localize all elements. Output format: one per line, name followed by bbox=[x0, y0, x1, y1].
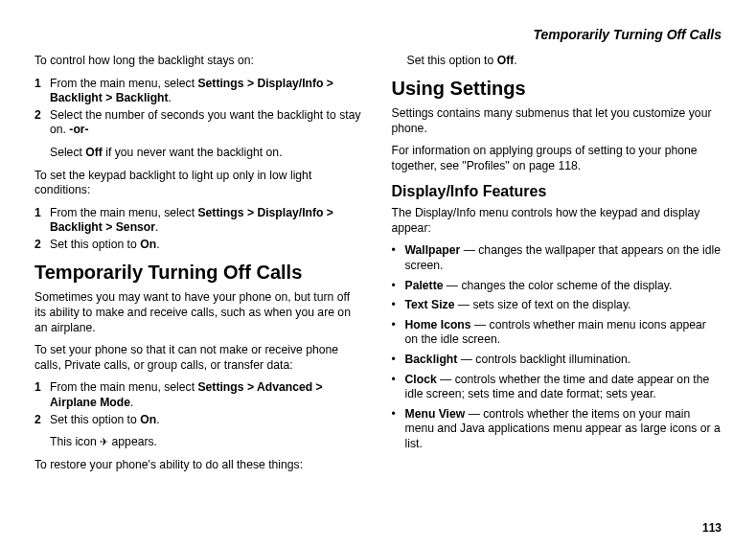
bold-text: Off bbox=[85, 146, 103, 159]
text: . bbox=[156, 238, 159, 251]
list-body: Select the number of seconds you want th… bbox=[50, 108, 365, 138]
paragraph: The Display/Info menu controls how the k… bbox=[392, 206, 722, 236]
text: . bbox=[130, 396, 133, 409]
bold-text: Wallpaper bbox=[405, 243, 461, 257]
bold-text: -or- bbox=[69, 123, 88, 136]
bold-text: Menu View bbox=[405, 407, 466, 421]
bullet-icon: • bbox=[392, 298, 405, 313]
page-number: 113 bbox=[702, 521, 722, 535]
indented-paragraph: Set this option to Off. bbox=[407, 54, 722, 69]
list-item: • Home Icons — controls whether main men… bbox=[392, 318, 722, 348]
list-number: 1 bbox=[34, 206, 50, 236]
bullet-icon: • bbox=[392, 373, 405, 402]
paragraph: To control how long the backlight stays … bbox=[34, 54, 365, 69]
list-body: Menu View — controls whether the items o… bbox=[405, 407, 722, 452]
paragraph: Sometimes you may want to have your phon… bbox=[34, 290, 365, 335]
list-body: Set this option to On. bbox=[50, 413, 365, 428]
text: Select bbox=[50, 146, 85, 159]
paragraph: To restore your phone's ability to do al… bbox=[34, 458, 365, 473]
list-item: 1 From the main menu, select Settings > … bbox=[34, 380, 365, 410]
list-item: 1 From the main menu, select Settings > … bbox=[34, 77, 365, 106]
list-item: 1 From the main menu, select Settings > … bbox=[34, 206, 365, 236]
bullet-icon: • bbox=[392, 279, 405, 294]
columns: To control how long the backlight stays … bbox=[34, 54, 722, 480]
list-item: • Palette — changes the color scheme of … bbox=[392, 279, 722, 294]
ordered-list: 1 From the main menu, select Settings > … bbox=[34, 77, 365, 138]
text: From the main menu, select bbox=[50, 380, 197, 394]
bold-text: On bbox=[140, 413, 156, 426]
list-body: Set this option to On. bbox=[50, 238, 365, 253]
text: — changes the color scheme of the displa… bbox=[443, 279, 672, 292]
paragraph: For information on applying groups of se… bbox=[392, 144, 722, 173]
text: From the main menu, select bbox=[50, 77, 197, 90]
list-body: Palette — changes the color scheme of th… bbox=[405, 279, 722, 294]
text: — sets size of text on the display. bbox=[454, 298, 630, 311]
indented-paragraph: This icon ✈ appears. bbox=[50, 435, 365, 450]
list-body: Text Size — sets size of text on the dis… bbox=[405, 298, 722, 313]
paragraph: To set the keypad backlight to light up … bbox=[34, 169, 365, 198]
left-column: To control how long the backlight stays … bbox=[34, 54, 365, 480]
list-item: • Menu View — controls whether the items… bbox=[392, 407, 722, 452]
text: . bbox=[155, 220, 158, 234]
ordered-list: 1 From the main menu, select Settings > … bbox=[34, 206, 365, 253]
text: if you never want the backlight on. bbox=[103, 146, 283, 159]
list-item: 2 Select the number of seconds you want … bbox=[34, 108, 365, 138]
bulleted-list: • Wallpaper — changes the wallpaper that… bbox=[392, 243, 722, 451]
right-column: Set this option to Off. Using Settings S… bbox=[392, 54, 722, 480]
ordered-list: 1 From the main menu, select Settings > … bbox=[34, 380, 365, 427]
list-body: From the main menu, select Settings > Di… bbox=[50, 206, 365, 236]
paragraph: To set your phone so that it can not mak… bbox=[34, 343, 365, 373]
bullet-icon: • bbox=[392, 353, 405, 368]
list-body: From the main menu, select Settings > Ad… bbox=[50, 380, 365, 410]
text: Set this option to bbox=[50, 238, 140, 251]
subsection-heading: Display/Info Features bbox=[392, 182, 722, 201]
list-item: • Backlight — controls backlight illumin… bbox=[392, 353, 722, 368]
list-item: 2 Set this option to On. bbox=[34, 238, 365, 253]
list-body: Home Icons — controls whether main menu … bbox=[405, 318, 722, 348]
page: Temporarily Turning Off Calls To control… bbox=[0, 0, 756, 548]
list-body: From the main menu, select Settings > Di… bbox=[50, 77, 365, 106]
bold-text: Text Size bbox=[405, 298, 455, 311]
text: appears. bbox=[108, 435, 157, 448]
list-number: 2 bbox=[34, 413, 50, 428]
bold-text: Backlight bbox=[405, 353, 458, 366]
text: — controls whether the time and date app… bbox=[405, 373, 710, 401]
bold-text: On bbox=[140, 238, 156, 251]
bullet-icon: • bbox=[392, 243, 405, 273]
running-header: Temporarily Turning Off Calls bbox=[34, 27, 722, 42]
list-body: Clock — controls whether the time and da… bbox=[405, 373, 722, 402]
text: Select the number of seconds you want th… bbox=[50, 108, 361, 137]
text: . bbox=[156, 413, 159, 426]
list-number: 2 bbox=[34, 238, 50, 253]
list-item: 2 Set this option to On. bbox=[34, 413, 365, 428]
list-body: Wallpaper — changes the wallpaper that a… bbox=[405, 243, 722, 273]
list-item: • Clock — controls whether the time and … bbox=[392, 373, 722, 402]
bold-text: Palette bbox=[405, 279, 444, 292]
airplane-icon: ✈ bbox=[100, 437, 108, 447]
list-number: 1 bbox=[34, 77, 50, 106]
section-heading: Temporarily Turning Off Calls bbox=[34, 261, 365, 285]
list-number: 2 bbox=[34, 108, 50, 138]
text: From the main menu, select bbox=[50, 206, 197, 219]
text: Set this option to bbox=[407, 54, 497, 67]
list-body: Backlight — controls backlight illuminat… bbox=[405, 353, 722, 368]
list-number: 1 bbox=[34, 380, 50, 410]
paragraph: Settings contains many submenus that let… bbox=[392, 106, 722, 136]
text: . bbox=[169, 91, 172, 104]
list-item: • Wallpaper — changes the wallpaper that… bbox=[392, 243, 722, 273]
bold-text: Home Icons bbox=[405, 318, 471, 331]
bold-text: Off bbox=[497, 54, 515, 67]
indented-paragraph: Select Off if you never want the backlig… bbox=[50, 146, 365, 161]
bold-text: Clock bbox=[405, 373, 437, 386]
bullet-icon: • bbox=[392, 407, 405, 452]
bullet-icon: • bbox=[392, 318, 405, 348]
list-item: • Text Size — sets size of text on the d… bbox=[392, 298, 722, 313]
text: — controls backlight illumination. bbox=[457, 353, 630, 366]
text: Set this option to bbox=[50, 413, 140, 426]
text: . bbox=[514, 54, 516, 67]
section-heading: Using Settings bbox=[392, 77, 722, 102]
text: This icon bbox=[50, 435, 100, 448]
